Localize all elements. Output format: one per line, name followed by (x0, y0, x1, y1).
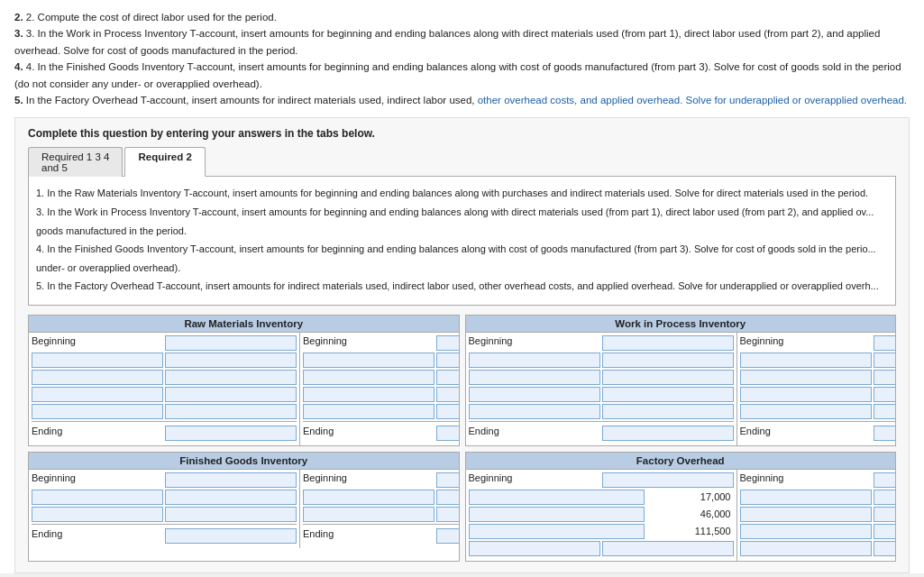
rm-left-label-input5[interactable] (32, 404, 163, 419)
fg-left-val-input3[interactable] (165, 507, 297, 522)
wip-left-row5 (469, 404, 734, 419)
rm-left-ending-row: Ending (32, 426, 297, 441)
fg-right-label-input2[interactable] (303, 490, 435, 505)
fg-right-ending-input[interactable] (436, 528, 460, 544)
wip-right-val-input2[interactable] (874, 353, 897, 368)
wip-left-input1[interactable] (602, 335, 734, 351)
tabs-row: Required 1 3 4and 5 Required 2 (28, 147, 896, 177)
fo-left-label-input4[interactable] (469, 524, 645, 539)
fo-left-row4: 111,500 (469, 524, 734, 539)
rm-right-label-input3[interactable] (303, 370, 435, 385)
fg-right-label-input3[interactable] (303, 507, 435, 522)
rm-left-label1: Beginning (32, 335, 163, 351)
rm-left-label-input2[interactable] (32, 353, 163, 368)
wip-left-ending-row: Ending (469, 426, 734, 441)
fg-left-label-input2[interactable] (32, 490, 163, 505)
fg-left-row1: Beginning (32, 472, 297, 488)
wip-left-ending-input[interactable] (602, 426, 734, 441)
wip-right-label-input2[interactable] (740, 353, 872, 368)
wip-left-val-input5[interactable] (602, 404, 734, 419)
tab-required1345[interactable]: Required 1 3 4and 5 (28, 147, 123, 177)
wip-left-label-input2[interactable] (469, 353, 600, 368)
fg-right-ending-row: Ending (303, 528, 460, 544)
wip-right-val-input3[interactable] (874, 370, 897, 385)
rm-right-val-input5[interactable] (436, 404, 460, 419)
rm-left-ending-input[interactable] (165, 426, 297, 441)
rm-right-val-input3[interactable] (436, 370, 460, 385)
t-accounts-section: Raw Materials Inventory Beginning (28, 315, 896, 562)
rm-right-label-input4[interactable] (303, 387, 435, 402)
rm-right-ending-input[interactable] (436, 426, 460, 441)
fg-left-label-input3[interactable] (32, 507, 163, 522)
intro-text: 2. 2. Compute the cost of direct labor u… (14, 9, 910, 108)
fg-left-row2 (32, 490, 297, 505)
rm-right-input1[interactable] (436, 335, 460, 351)
fo-left-input1[interactable] (602, 472, 734, 488)
fg-right-label1: Beginning (303, 472, 435, 488)
fo-right-val-input3[interactable] (874, 507, 897, 522)
wip-left-val-input3[interactable] (602, 370, 734, 385)
wip-right-val-input4[interactable] (874, 387, 897, 402)
rm-left-row2 (32, 353, 297, 368)
fo-left-val-input5[interactable] (602, 541, 734, 556)
fg-right-row1: Beginning (303, 472, 460, 488)
fo-right-label-input3[interactable] (740, 507, 872, 522)
rm-left-val-input2[interactable] (165, 353, 297, 368)
fo-right-val-input4[interactable] (874, 524, 897, 539)
fo-left-label-input3[interactable] (469, 507, 645, 522)
rm-right-label-input2[interactable] (303, 353, 435, 368)
rm-left-label-input4[interactable] (32, 387, 163, 402)
tab-line1: 1. In the Raw Materials Inventory T-acco… (36, 186, 888, 202)
fg-right-input1[interactable] (436, 472, 460, 488)
fo-right-label-input4[interactable] (740, 524, 872, 539)
fo-left-label-input2[interactable] (469, 490, 645, 505)
wip-right-label-input5[interactable] (740, 404, 872, 419)
rm-left-val-input5[interactable] (165, 404, 297, 419)
wip-left-label-input3[interactable] (469, 370, 600, 385)
rm-left-val-input4[interactable] (165, 387, 297, 402)
fo-left-val4: 111,500 (646, 524, 734, 539)
fo-right-val-input2[interactable] (874, 490, 897, 505)
fg-right-val-input3[interactable] (436, 507, 460, 522)
fg-left-ending-input[interactable] (165, 528, 297, 544)
fo-left-val3: 46,000 (646, 507, 734, 522)
rm-left-input1[interactable] (165, 335, 297, 351)
fg-left-input1[interactable] (165, 472, 297, 488)
wip-right-row4 (740, 387, 897, 402)
fo-t-account: Factory Overhead Beginning 17,000 (465, 452, 897, 562)
wip-right-ending-input[interactable] (874, 426, 897, 441)
wip-right-label-input4[interactable] (740, 387, 872, 402)
wip-left-val-input2[interactable] (602, 353, 734, 368)
rm-right-val-input4[interactable] (436, 387, 460, 402)
fg-right-row2 (303, 490, 460, 505)
fg-left-ending-label: Ending (32, 528, 163, 544)
wip-left-label-input4[interactable] (469, 387, 600, 402)
fo-right-label1: Beginning (740, 472, 872, 488)
rm-left-val-input3[interactable] (165, 370, 297, 385)
wip-right-val-input5[interactable] (874, 404, 897, 419)
intro-line3: 3. In the Work in Process Inventory T-ac… (14, 28, 880, 55)
fo-left-label-input5[interactable] (469, 541, 600, 556)
fo-right-label-input2[interactable] (740, 490, 872, 505)
fo-right-val-input5[interactable] (874, 541, 897, 556)
wip-left-label-input5[interactable] (469, 404, 600, 419)
wip-left-ending-label: Ending (469, 426, 600, 441)
wip-right-input1[interactable] (874, 335, 897, 351)
tab-required2[interactable]: Required 2 (124, 147, 205, 177)
rm-right-row3 (303, 370, 460, 385)
wip-left-val-input4[interactable] (602, 387, 734, 402)
fo-right-input1[interactable] (874, 472, 897, 488)
fg-left-val-input2[interactable] (165, 490, 297, 505)
rm-left-row4 (32, 387, 297, 402)
wip-right-row1: Beginning (740, 335, 897, 351)
rm-left-label-input3[interactable] (32, 370, 163, 385)
fg-right-val-input2[interactable] (436, 490, 460, 505)
raw-materials-t-account: Raw Materials Inventory Beginning (28, 315, 460, 446)
fo-right-label-input5[interactable] (740, 541, 872, 556)
rm-right-ending-row: Ending (303, 426, 460, 441)
wip-right-label-input3[interactable] (740, 370, 872, 385)
rm-right-label-input5[interactable] (303, 404, 435, 419)
fo-left-row1: Beginning (469, 472, 734, 488)
tab-line4b: 4. In the Finished Goods Inventory T-acc… (36, 242, 888, 258)
rm-right-val-input2[interactable] (436, 353, 460, 368)
